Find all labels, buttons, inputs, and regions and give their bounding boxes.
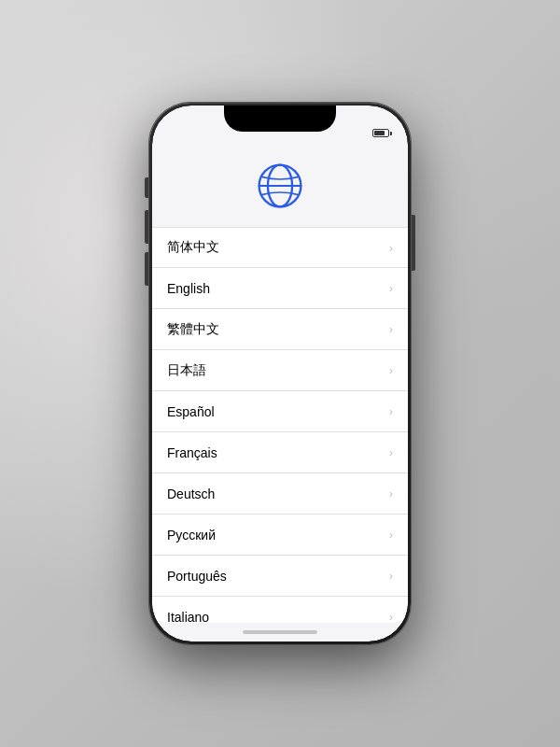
- language-item-portuguese[interactable]: Português›: [152, 556, 408, 597]
- chevron-icon-spanish: ›: [389, 404, 393, 418]
- phone-device: 简体中文›English›繁體中文›日本語›Español›Français›D…: [149, 103, 411, 644]
- language-list: 简体中文›English›繁體中文›日本語›Español›Français›D…: [152, 227, 408, 623]
- language-item-russian[interactable]: Русский›: [152, 514, 408, 556]
- language-label-spanish: Español: [167, 404, 215, 419]
- language-label-simplified-chinese: 简体中文: [167, 239, 219, 256]
- bottom-indicator: [152, 623, 408, 641]
- language-item-french[interactable]: Français›: [152, 432, 408, 473]
- volume-up-button[interactable]: [145, 210, 148, 244]
- language-label-english: English: [167, 281, 210, 296]
- notch: [224, 106, 336, 132]
- language-item-japanese[interactable]: 日本語›: [152, 350, 408, 391]
- power-button[interactable]: [412, 215, 415, 271]
- language-item-italian[interactable]: Italiano›: [152, 597, 408, 623]
- language-label-traditional-chinese: 繁體中文: [167, 321, 219, 338]
- mute-button[interactable]: [145, 177, 148, 198]
- volume-down-button[interactable]: [145, 252, 148, 286]
- chevron-icon-english: ›: [389, 281, 393, 295]
- chevron-icon-italian: ›: [389, 610, 393, 623]
- language-item-english[interactable]: English›: [152, 268, 408, 309]
- chevron-icon-traditional-chinese: ›: [389, 322, 393, 336]
- battery-icon: [372, 129, 389, 137]
- home-indicator: [243, 630, 317, 634]
- phone-screen-area: 简体中文›English›繁體中文›日本語›Español›Français›D…: [152, 106, 408, 641]
- chevron-icon-german: ›: [389, 486, 393, 500]
- language-item-traditional-chinese[interactable]: 繁體中文›: [152, 309, 408, 350]
- language-label-french: Français: [167, 445, 217, 460]
- language-label-russian: Русский: [167, 528, 216, 543]
- globe-area: [152, 141, 408, 227]
- language-label-japanese: 日本語: [167, 362, 206, 379]
- language-item-spanish[interactable]: Español›: [152, 391, 408, 432]
- language-item-simplified-chinese[interactable]: 简体中文›: [152, 227, 408, 268]
- screen: 简体中文›English›繁體中文›日本語›Español›Français›D…: [152, 106, 408, 641]
- language-label-portuguese: Português: [167, 569, 227, 584]
- globe-icon: [254, 160, 306, 212]
- chevron-icon-portuguese: ›: [389, 569, 393, 583]
- language-label-italian: Italiano: [167, 610, 209, 624]
- language-item-german[interactable]: Deutsch›: [152, 473, 408, 514]
- language-label-german: Deutsch: [167, 486, 215, 501]
- status-icons: [372, 129, 389, 137]
- chevron-icon-french: ›: [389, 445, 393, 459]
- chevron-icon-japanese: ›: [389, 363, 393, 377]
- chevron-icon-russian: ›: [389, 528, 393, 542]
- chevron-icon-simplified-chinese: ›: [389, 241, 393, 255]
